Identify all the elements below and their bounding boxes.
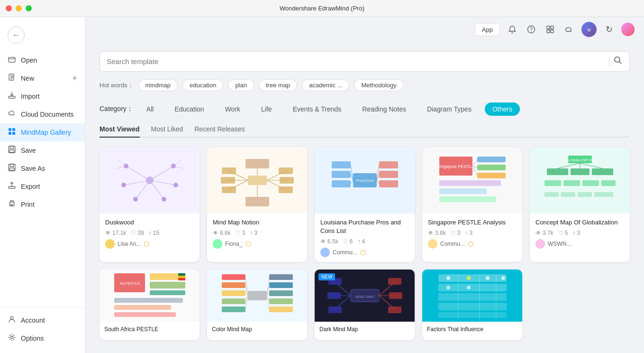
sidebar-item-saveas[interactable]: Save As (0, 159, 85, 177)
add-icon[interactable]: + (72, 74, 77, 83)
svg-rect-21 (547, 30, 550, 33)
svg-point-167 (467, 286, 471, 289)
cat-education[interactable]: Education (167, 102, 211, 116)
cat-life[interactable]: Life (254, 102, 280, 116)
export-icon (8, 182, 16, 191)
card-title: Color Mind Map (212, 325, 302, 334)
hot-words-row: Hot words： mindmap education plan tree m… (100, 79, 630, 91)
svg-rect-93 (571, 168, 590, 175)
sidebar: ← Open New + Import (0, 17, 85, 353)
svg-point-25 (621, 23, 635, 36)
content-wrapper: App ? U ↻ (85, 17, 644, 353)
tab-recent[interactable]: Recent Releases (194, 125, 245, 138)
svg-point-36 (121, 183, 126, 187)
user-avatar[interactable]: U (581, 22, 597, 37)
cat-work[interactable]: Work (218, 102, 248, 116)
svg-rect-126 (269, 282, 293, 288)
cat-reading[interactable]: Reading Notes (354, 102, 414, 116)
hot-tag-education[interactable]: education (182, 79, 223, 91)
template-card-factors[interactable]: Factors That Influence (422, 269, 522, 340)
svg-point-166 (446, 286, 450, 289)
window-controls[interactable] (6, 5, 32, 11)
sidebar-item-import[interactable]: Import (0, 87, 85, 105)
template-card-singapore[interactable]: Singapore PESTLE S (422, 147, 522, 262)
svg-point-162 (446, 276, 450, 280)
svg-rect-94 (592, 168, 613, 175)
template-card-dark[interactable]: NEW (315, 269, 415, 340)
search-icon[interactable] (613, 56, 623, 67)
svg-line-42 (173, 159, 183, 166)
svg-text:SA PESTLE: SA PESTLE (119, 281, 140, 286)
svg-rect-120 (222, 274, 245, 280)
bell-button[interactable] (506, 23, 519, 36)
account-icon (8, 316, 16, 325)
svg-point-26 (615, 57, 620, 62)
card-author: Lisa An... ⬡ (105, 239, 194, 249)
svg-rect-114 (114, 305, 171, 310)
template-card-concept[interactable]: GLOBALIZATION (530, 147, 630, 262)
card-title: Factors That Influence (427, 325, 517, 334)
svg-rect-112 (150, 290, 185, 295)
hot-tag-treemap[interactable]: tree map (259, 79, 297, 91)
hot-tag-plan[interactable]: plan (228, 79, 254, 91)
hot-tag-academic[interactable]: academic ... (302, 79, 349, 91)
svg-rect-117 (178, 276, 185, 278)
svg-line-99 (557, 163, 580, 168)
sidebar-item-gallery[interactable]: MindMap Gallery (0, 123, 85, 141)
sidebar-item-export[interactable]: Export (0, 177, 85, 195)
svg-rect-54 (222, 186, 236, 193)
svg-rect-127 (269, 290, 293, 296)
sidebar-item-cloud[interactable]: Cloud Documents (0, 105, 85, 123)
template-card-louisiana[interactable]: Pros/Cons (315, 147, 415, 262)
svg-point-77 (320, 248, 330, 257)
svg-rect-122 (222, 290, 245, 296)
avatar-small[interactable] (621, 23, 635, 36)
maximize-button[interactable] (26, 5, 32, 11)
svg-line-74 (377, 165, 379, 180)
close-button[interactable] (6, 5, 12, 11)
sidebar-print-label: Print (21, 201, 35, 208)
app-button[interactable]: App (475, 23, 500, 36)
search-bar (100, 51, 630, 72)
hot-tag-methodology[interactable]: Methodology (354, 79, 403, 91)
svg-point-16 (11, 336, 13, 339)
hot-tag-mindmap[interactable]: mindmap (138, 79, 178, 91)
svg-rect-53 (221, 177, 235, 184)
svg-rect-111 (150, 282, 185, 288)
template-card-duskwood[interactable]: Duskwood 👁 17.1k ♡ 39 ↑ 15 Lisa An... ⬡ (100, 147, 200, 262)
hot-words-label: Hot words： (100, 81, 134, 90)
template-card-colormap[interactable]: Color Mind Map (207, 269, 307, 340)
svg-rect-45 (248, 176, 267, 185)
sidebar-item-print[interactable]: Print (0, 195, 85, 214)
minimize-button[interactable] (16, 5, 22, 11)
sidebar-item-options[interactable]: Options (0, 329, 85, 347)
svg-rect-11 (10, 164, 14, 167)
sidebar-item-open[interactable]: Open (0, 51, 85, 69)
cat-others[interactable]: Others (485, 102, 520, 116)
question-button[interactable]: ? (525, 23, 538, 36)
svg-rect-115 (114, 312, 176, 317)
cloud-top-button[interactable] (562, 23, 576, 36)
svg-rect-67 (332, 180, 351, 187)
tab-most-viewed[interactable]: Most Viewed (100, 125, 140, 138)
svg-rect-150 (388, 278, 401, 285)
search-input[interactable] (107, 57, 605, 65)
template-card-notion[interactable]: Mind Map Notion 👁 6.6k ♡ 3 ↑ 3 Fiona_ ⬡ (207, 147, 307, 262)
svg-line-101 (580, 163, 602, 168)
tab-most-liked[interactable]: Most Liked (151, 125, 183, 138)
cat-diagram[interactable]: Diagram Types (419, 102, 479, 116)
sidebar-item-save[interactable]: Save (0, 141, 85, 159)
template-card-sa-pestle[interactable]: SA PESTLE (100, 269, 200, 340)
gallery-icon (8, 128, 16, 137)
back-icon: ← (12, 31, 20, 39)
svg-rect-22 (551, 30, 553, 33)
cat-all[interactable]: All (139, 102, 162, 116)
svg-rect-9 (9, 150, 14, 152)
refresh-button[interactable]: ↻ (602, 23, 616, 36)
grid-button[interactable] (544, 23, 557, 36)
svg-text:MIND MAP: MIND MAP (355, 295, 374, 299)
sidebar-item-new[interactable]: New + (0, 69, 85, 87)
cat-events[interactable]: Events & Trends (285, 102, 349, 116)
back-button[interactable]: ← (8, 27, 25, 44)
sidebar-item-account[interactable]: Account (0, 311, 85, 329)
